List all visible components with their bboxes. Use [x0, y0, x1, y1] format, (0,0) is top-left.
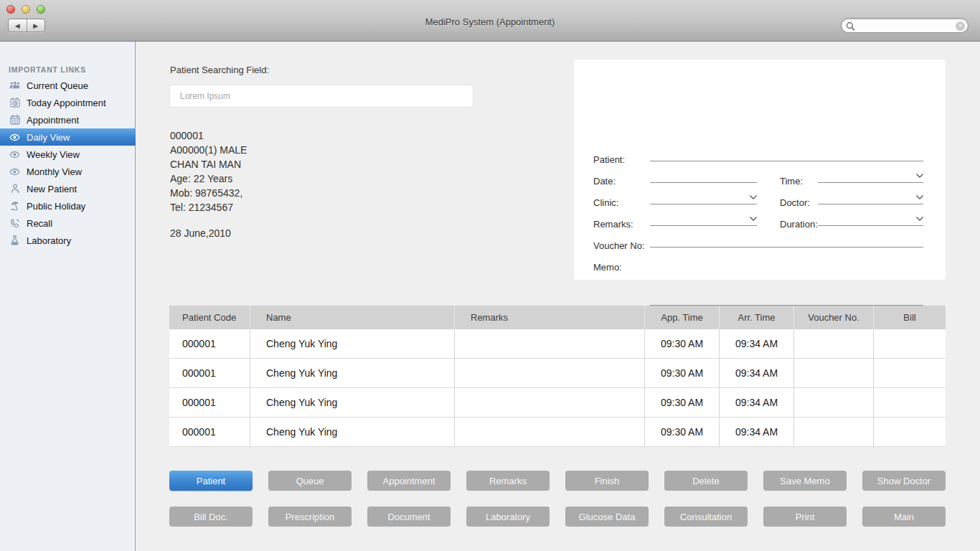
- remarks-field[interactable]: [650, 213, 757, 226]
- cell-app-time: 09:30 AM: [645, 418, 720, 446]
- cell-remarks: [455, 359, 645, 387]
- save-memo-button[interactable]: Save Memo: [763, 471, 847, 491]
- queue-people-icon: [9, 80, 21, 92]
- cell-name: Cheng Yuk Ying: [250, 329, 455, 358]
- patient-field[interactable]: [650, 149, 923, 161]
- patient-button[interactable]: Patient: [169, 471, 253, 491]
- sidebar-item-weekly-view[interactable]: Weekly View: [0, 146, 136, 163]
- toolbar-search[interactable]: ×: [841, 18, 969, 33]
- sidebar-item-label: Laboratory: [27, 235, 71, 246]
- cell-remarks: [455, 418, 645, 446]
- document-button[interactable]: Document: [367, 507, 451, 527]
- eye-icon: [9, 166, 21, 178]
- show-doctor-button[interactable]: Show Doctor: [862, 471, 946, 491]
- table-row[interactable]: 000001 Cheng Yuk Ying 09:30 AM 09:34 AM: [169, 329, 946, 359]
- finish-button[interactable]: Finish: [565, 471, 649, 491]
- remarks-button[interactable]: Remarks: [466, 471, 550, 491]
- flask-icon: [9, 235, 21, 247]
- cell-name: Cheng Yuk Ying: [250, 359, 455, 387]
- appointment-button[interactable]: Appointment: [367, 471, 451, 491]
- queue-button[interactable]: Queue: [268, 471, 352, 491]
- calendar-icon: [9, 114, 21, 126]
- doctor-field[interactable]: [818, 192, 923, 204]
- sidebar-item-label: Daily View: [27, 132, 70, 143]
- main-button[interactable]: Main: [862, 507, 946, 527]
- chevron-down-icon[interactable]: [750, 217, 757, 221]
- window-controls: [6, 5, 45, 14]
- sidebar-item-current-queue[interactable]: Current Queue: [0, 77, 136, 94]
- table-row[interactable]: 000001 Cheng Yuk Ying 09:30 AM 09:34 AM: [169, 359, 946, 388]
- cell-name: Cheng Yuk Ying: [250, 418, 455, 446]
- chevron-down-icon[interactable]: [916, 217, 923, 221]
- date-field[interactable]: [650, 170, 757, 183]
- cell-app-time: 09:30 AM: [645, 359, 720, 387]
- sidebar-item-today-appointment[interactable]: Today Appointment: [0, 94, 136, 111]
- patient-telephone: Tel: 21234567: [170, 200, 247, 215]
- patient-age: Age: 22 Years: [170, 171, 247, 186]
- chevron-down-icon[interactable]: [750, 195, 757, 199]
- cell-app-time: 09:30 AM: [645, 388, 720, 417]
- patient-id-sex: A00000(1) MALE: [170, 143, 247, 157]
- column-header-voucher-no: Voucher No.: [794, 306, 874, 329]
- sidebar-item-label: Monthly View: [27, 166, 82, 177]
- bill-doc-button[interactable]: Bill Doc.: [169, 507, 253, 527]
- close-window-button[interactable]: [6, 5, 15, 14]
- sidebar-item-label: Weekly View: [27, 149, 80, 160]
- sidebar-item-recall[interactable]: Recall: [0, 215, 136, 232]
- chevron-down-icon[interactable]: [916, 174, 923, 178]
- patient-field-label: Patient:: [593, 154, 625, 165]
- sidebar-item-daily-view[interactable]: Daily View: [0, 128, 136, 146]
- sidebar: IMPORTANT LINKS Current Queue Today Appo…: [0, 42, 136, 551]
- duration-field-label: Duration:: [780, 219, 818, 230]
- table-row[interactable]: 000001 Cheng Yuk Ying 09:30 AM 09:34 AM: [169, 418, 946, 447]
- person-icon: [9, 183, 21, 195]
- cell-arr-time: 09:34 AM: [720, 388, 794, 417]
- prescription-button[interactable]: Prescription: [268, 507, 352, 527]
- sidebar-item-monthly-view[interactable]: Monthly View: [0, 163, 136, 180]
- patient-search-input[interactable]: [169, 85, 473, 108]
- glucose-data-button[interactable]: Glucose Data: [565, 507, 649, 527]
- toolbar-search-input[interactable]: [859, 19, 951, 32]
- column-header-patient-code: Patient Code: [169, 306, 250, 329]
- patient-info: 000001 A00000(1) MALE CHAN TAI MAN Age: …: [170, 128, 247, 215]
- sidebar-item-appointment[interactable]: Appointment: [0, 111, 136, 128]
- table-row[interactable]: 000001 Cheng Yuk Ying 09:30 AM 09:34 AM: [169, 388, 946, 418]
- sidebar-item-laboratory[interactable]: Laboratory: [0, 232, 136, 249]
- print-button[interactable]: Print: [763, 507, 847, 527]
- patient-code: 000001: [170, 128, 247, 143]
- cell-voucher-no: [794, 329, 874, 358]
- umbrella-icon: [9, 200, 21, 212]
- appointment-form-card: Patient: Date: Time: Clinic: Doctor: Rem…: [574, 60, 946, 280]
- patient-name: CHAN TAI MAN: [170, 157, 247, 171]
- zoom-window-button[interactable]: [37, 5, 45, 14]
- column-header-name: Name: [250, 306, 455, 329]
- time-field[interactable]: [818, 170, 923, 183]
- cell-patient-code: 000001: [169, 329, 250, 358]
- eye-icon: [9, 131, 21, 143]
- column-header-arr-time: Arr. Time: [720, 306, 794, 329]
- sidebar-item-label: Public Holiday: [27, 201, 85, 212]
- chevron-down-icon[interactable]: [916, 195, 923, 199]
- sidebar-item-public-holiday[interactable]: Public Holiday: [0, 197, 136, 215]
- action-button-row-1: Patient Queue Appointment Remarks Finish…: [169, 471, 946, 491]
- calendar-clock-icon: [9, 97, 21, 109]
- sidebar-item-new-patient[interactable]: New Patient: [0, 180, 136, 197]
- window-title: MediPro System (Appointment): [0, 17, 980, 27]
- time-field-label: Time:: [780, 176, 803, 187]
- duration-field[interactable]: [818, 213, 923, 226]
- clinic-field[interactable]: [650, 192, 757, 204]
- cell-voucher-no: [794, 359, 874, 387]
- remarks-field-label: Remarks:: [593, 219, 633, 230]
- delete-button[interactable]: Delete: [664, 471, 748, 491]
- patient-mobile: Mob: 98765432,: [170, 186, 247, 200]
- consultation-button[interactable]: Consultation: [664, 507, 748, 527]
- laboratory-button[interactable]: Laboratory: [466, 507, 550, 527]
- window-titlebar: ◀ ▶ MediPro System (Appointment) ×: [0, 0, 980, 42]
- sidebar-list: Current Queue Today Appointment Appointm…: [0, 77, 136, 249]
- search-clear-icon[interactable]: ×: [956, 22, 965, 31]
- cell-voucher-no: [794, 388, 874, 417]
- cell-patient-code: 000001: [169, 388, 250, 417]
- minimize-window-button[interactable]: [22, 5, 30, 14]
- spacer: [650, 233, 923, 246]
- cell-arr-time: 09:34 AM: [720, 418, 794, 446]
